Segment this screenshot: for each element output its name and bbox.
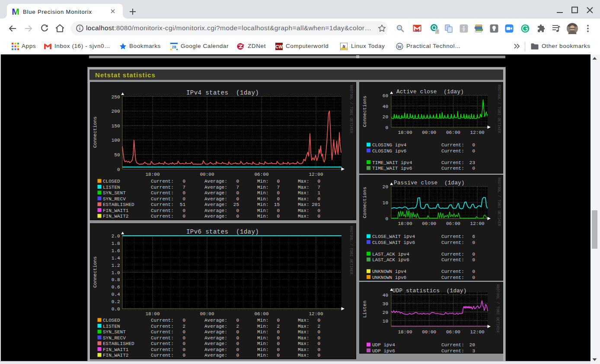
svg-text:ESTABLISHED: ESTABLISHED <box>103 202 134 207</box>
svg-text:06:00: 06:00 <box>446 221 460 226</box>
svg-text:Current:: Current: <box>151 190 174 196</box>
svg-text:0: 0 <box>317 341 320 346</box>
svg-text:Current:: Current: <box>151 347 174 352</box>
svg-text:CLOSED: CLOSED <box>103 179 120 184</box>
svg-text:18:00: 18:00 <box>145 311 160 317</box>
svg-text:0: 0 <box>236 196 239 202</box>
svg-text:28: 28 <box>172 45 176 49</box>
svg-text:Max:: Max: <box>298 341 309 346</box>
svg-text:Max:: Max: <box>298 190 309 196</box>
svg-text:Min:: Min: <box>257 208 268 213</box>
svg-text:Average:: Average: <box>204 196 227 202</box>
svg-text:0: 0 <box>385 125 388 130</box>
svg-text:50: 50 <box>114 152 120 158</box>
svg-text:Current:: Current: <box>441 257 464 263</box>
svg-text:W: W <box>397 44 402 49</box>
svg-text:0: 0 <box>277 341 280 346</box>
svg-text:0: 0 <box>182 341 185 346</box>
svg-text:0: 0 <box>182 336 185 341</box>
svg-text:Average:: Average: <box>204 329 227 335</box>
svg-text:0: 0 <box>317 329 320 335</box>
svg-text:0: 0 <box>277 190 280 196</box>
svg-text:0: 0 <box>277 347 280 352</box>
svg-text:0: 0 <box>236 347 239 352</box>
svg-text:1.2: 1.2 <box>112 263 120 268</box>
svg-text:Min:: Min: <box>257 324 268 329</box>
svg-text:Min:: Min: <box>257 190 268 196</box>
svg-text:Current:: Current: <box>441 166 464 171</box>
svg-text:LISTEN: LISTEN <box>103 324 120 329</box>
svg-text:Min:: Min: <box>257 196 268 202</box>
svg-text:00:00: 00:00 <box>200 172 214 177</box>
svg-text:Average:: Average: <box>204 214 227 219</box>
svg-text:12:00: 12:00 <box>470 130 485 135</box>
svg-text:LAST_ACK ipv6: LAST_ACK ipv6 <box>372 257 409 263</box>
svg-text:201: 201 <box>312 202 320 207</box>
svg-text:0: 0 <box>236 329 239 335</box>
svg-text:1.4: 1.4 <box>112 256 120 261</box>
svg-text:Current:: Current: <box>441 240 464 245</box>
svg-text:Average:: Average: <box>204 336 227 341</box>
svg-text:20: 20 <box>383 310 388 315</box>
svg-text:0: 0 <box>317 353 320 358</box>
svg-text:Current:: Current: <box>151 336 174 341</box>
svg-text:Current:: Current: <box>441 252 464 257</box>
svg-text:0: 0 <box>236 318 239 323</box>
svg-text:Current:: Current: <box>151 341 174 346</box>
svg-text:Average:: Average: <box>204 341 227 346</box>
svg-text:Min:: Min: <box>257 214 268 219</box>
svg-text:0: 0 <box>236 179 239 184</box>
svg-text:100: 100 <box>112 138 120 143</box>
svg-text:40: 40 <box>383 104 388 109</box>
svg-text:2: 2 <box>317 324 320 329</box>
svg-text:60: 60 <box>383 93 388 98</box>
svg-text:06:00: 06:00 <box>254 172 268 177</box>
svg-text:0: 0 <box>236 190 239 196</box>
svg-text:Current:: Current: <box>151 179 174 184</box>
svg-text:RRDTOOL / TOBI OETIKER: RRDTOOL / TOBI OETIKER <box>497 85 501 133</box>
svg-text:Current:: Current: <box>441 348 464 354</box>
svg-text:Min:: Min: <box>257 202 268 207</box>
svg-text:Current:: Current: <box>441 269 464 274</box>
svg-text:20: 20 <box>383 184 388 190</box>
svg-text:0.4: 0.4 <box>112 292 120 297</box>
svg-text:0: 0 <box>317 196 320 202</box>
svg-text:SYN_RECV: SYN_RECV <box>103 336 126 341</box>
svg-text:ESTABLISHED: ESTABLISHED <box>103 341 134 346</box>
svg-text:12:00: 12:00 <box>470 329 485 335</box>
svg-text:18:00: 18:00 <box>398 130 412 135</box>
svg-text:0: 0 <box>472 257 475 263</box>
svg-text:2.0: 2.0 <box>112 234 120 239</box>
svg-text:0: 0 <box>182 208 185 213</box>
svg-text:Connections: Connections <box>93 117 98 148</box>
svg-text:0: 0 <box>117 167 120 172</box>
svg-text:CLOSING ipv6: CLOSING ipv6 <box>372 149 406 154</box>
svg-text:12:00: 12:00 <box>470 221 485 226</box>
svg-text:250: 250 <box>112 95 120 100</box>
svg-text:FIN_WAIT2: FIN_WAIT2 <box>103 214 128 219</box>
svg-text:15: 15 <box>274 202 280 207</box>
svg-text:RRDTOOL / TOBI OETIKER: RRDTOOL / TOBI OETIKER <box>349 226 353 274</box>
svg-text:0: 0 <box>182 214 185 219</box>
svg-text:Max:: Max: <box>298 179 309 184</box>
svg-text:SYN_SENT: SYN_SENT <box>103 190 126 196</box>
svg-text:10: 10 <box>383 319 388 324</box>
svg-text:Current:: Current: <box>151 196 174 202</box>
svg-text:0: 0 <box>472 142 475 148</box>
svg-text:IPv6 states (1day): IPv6 states (1day) <box>186 228 259 235</box>
svg-text:0: 0 <box>277 208 280 213</box>
svg-text:0: 0 <box>182 196 185 202</box>
svg-text:RRDTOOL / TOBI OETIKER: RRDTOOL / TOBI OETIKER <box>497 177 501 226</box>
svg-text:RRDTOOL / TOBI OETIKER: RRDTOOL / TOBI OETIKER <box>349 85 353 133</box>
svg-text:40: 40 <box>383 293 388 298</box>
svg-text:LISTEN: LISTEN <box>103 185 120 190</box>
svg-text:0: 0 <box>236 341 239 346</box>
svg-text:3: 3 <box>472 348 475 354</box>
svg-text:Current:: Current: <box>441 234 464 239</box>
svg-text:7: 7 <box>236 185 239 190</box>
svg-text:0: 0 <box>472 269 475 274</box>
svg-text:Current:: Current: <box>441 149 464 154</box>
svg-text:Max:: Max: <box>298 353 309 358</box>
svg-text:Max:: Max: <box>298 208 309 213</box>
svg-text:0: 0 <box>317 336 320 341</box>
